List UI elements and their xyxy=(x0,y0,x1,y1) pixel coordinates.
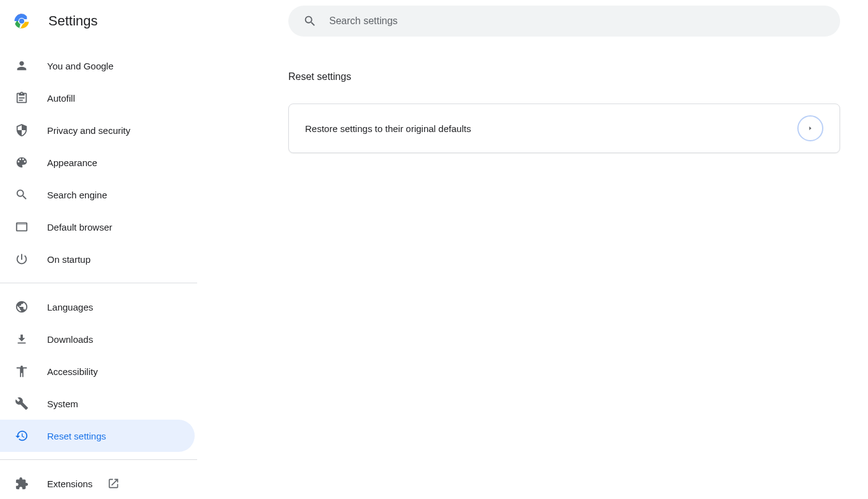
sidebar-nav: You and Google Autofill Privacy and secu… xyxy=(0,42,197,499)
arrow-right-button[interactable] xyxy=(797,115,823,141)
sidebar-item-extensions[interactable]: Extensions xyxy=(0,467,195,499)
sidebar-item-label: Default browser xyxy=(47,222,112,232)
globe-icon xyxy=(15,300,29,314)
search-icon xyxy=(303,14,317,28)
shield-icon xyxy=(15,123,29,137)
puzzle-icon xyxy=(15,477,29,490)
sidebar-item-reset-settings[interactable]: Reset settings xyxy=(0,420,195,452)
sidebar-item-search-engine[interactable]: Search engine xyxy=(0,179,195,211)
sidebar-item-system[interactable]: System xyxy=(0,387,195,420)
sidebar-item-label: You and Google xyxy=(47,61,113,71)
download-icon xyxy=(15,332,29,346)
divider xyxy=(0,283,197,283)
page-title: Settings xyxy=(48,13,98,29)
search-icon xyxy=(15,188,29,201)
sidebar-item-you-and-google[interactable]: You and Google xyxy=(0,50,195,82)
sidebar-item-accessibility[interactable]: Accessibility xyxy=(0,355,195,387)
sidebar-item-label: On startup xyxy=(47,254,91,265)
sidebar-item-label: Appearance xyxy=(47,157,97,168)
sidebar-item-default-browser[interactable]: Default browser xyxy=(0,211,195,243)
history-icon xyxy=(15,429,29,443)
wrench-icon xyxy=(15,397,29,410)
search-settings-bar[interactable] xyxy=(288,6,840,37)
chrome-logo-icon xyxy=(14,13,30,29)
sidebar-item-downloads[interactable]: Downloads xyxy=(0,323,195,355)
svg-rect-3 xyxy=(19,97,24,99)
sidebar-item-appearance[interactable]: Appearance xyxy=(0,146,195,179)
svg-point-2 xyxy=(19,19,24,24)
sidebar-item-label: Privacy and security xyxy=(47,125,130,136)
sidebar-item-label: Languages xyxy=(47,302,93,312)
divider xyxy=(0,459,197,460)
sidebar-item-label: Autofill xyxy=(47,93,75,104)
sidebar-item-privacy-security[interactable]: Privacy and security xyxy=(0,114,195,146)
svg-rect-4 xyxy=(19,100,22,101)
sidebar-item-on-startup[interactable]: On startup xyxy=(0,243,195,275)
sidebar-item-label: Search engine xyxy=(47,190,107,200)
sidebar-item-languages[interactable]: Languages xyxy=(0,291,195,323)
sidebar-item-autofill[interactable]: Autofill xyxy=(0,82,195,114)
section-title: Reset settings xyxy=(288,71,868,82)
sidebar-item-label: Accessibility xyxy=(47,366,98,377)
browser-icon xyxy=(15,220,29,234)
arrow-right-icon xyxy=(807,125,813,131)
card-label: Restore settings to their original defau… xyxy=(305,123,471,134)
clipboard-icon xyxy=(15,91,29,105)
restore-defaults-row[interactable]: Restore settings to their original defau… xyxy=(288,104,840,153)
palette-icon xyxy=(15,156,29,169)
sidebar-item-label: Downloads xyxy=(47,334,93,345)
power-icon xyxy=(15,252,29,266)
main-content: Reset settings Restore settings to their… xyxy=(197,42,868,499)
search-input[interactable] xyxy=(329,15,825,27)
open-external-icon xyxy=(107,477,120,490)
sidebar-item-label: Reset settings xyxy=(47,431,106,441)
person-icon xyxy=(15,59,29,73)
sidebar-item-label: System xyxy=(47,399,78,409)
sidebar-item-label: Extensions xyxy=(47,479,92,489)
accessibility-icon xyxy=(15,364,29,378)
